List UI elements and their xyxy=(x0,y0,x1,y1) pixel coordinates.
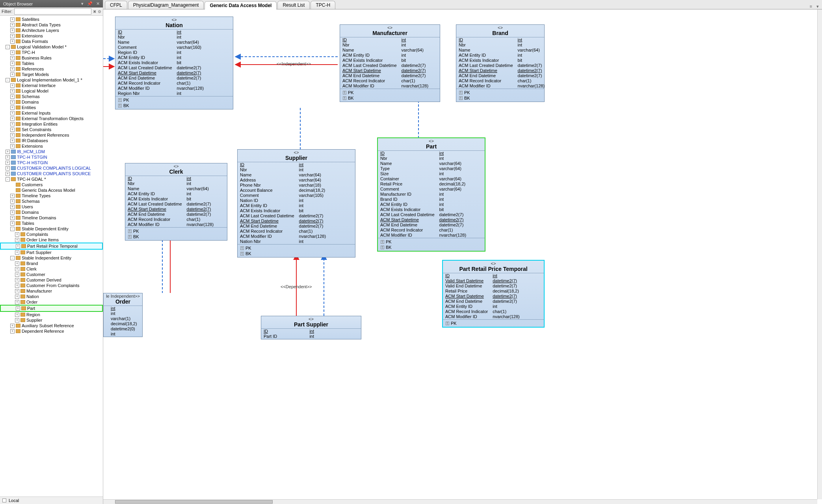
tree-item[interactable]: +Part Supplier xyxy=(0,250,103,255)
expand-icon[interactable]: + xyxy=(10,144,15,148)
expand-icon[interactable]: + xyxy=(15,295,19,299)
expand-icon[interactable]: + xyxy=(10,205,15,209)
tab-dropdown-icon[interactable]: ▾ xyxy=(816,4,819,9)
expand-icon[interactable]: + xyxy=(10,17,15,22)
tree-item[interactable]: +Domains xyxy=(0,99,103,105)
tree-item[interactable]: +External Interface xyxy=(0,83,103,88)
tree-item[interactable]: +TPC-H HSTGIN xyxy=(0,160,103,165)
expand-icon[interactable]: + xyxy=(15,284,19,288)
tab[interactable]: Result List xyxy=(277,1,310,9)
tree-item[interactable]: +CUSTOMER COMPLAINTS SOURCE xyxy=(0,171,103,176)
expand-icon[interactable]: + xyxy=(10,216,15,220)
h-scrollbar[interactable] xyxy=(103,499,817,504)
expand-icon[interactable]: + xyxy=(15,238,19,242)
tab-menu-icon[interactable]: ≡ xyxy=(810,4,812,9)
tree-item[interactable]: +Schemas xyxy=(0,94,103,99)
expand-icon[interactable]: + xyxy=(10,61,15,66)
tree-item[interactable]: +Users xyxy=(0,204,103,209)
tree-item[interactable]: +Tables xyxy=(0,61,103,66)
tree-item[interactable]: +External Inputs xyxy=(0,110,103,116)
tree-item[interactable]: +Auxiliary Subset Reference xyxy=(0,323,103,328)
tree-item[interactable]: +Tables xyxy=(0,220,103,226)
expand-icon[interactable]: - xyxy=(10,256,15,260)
tree-item[interactable]: +Customer xyxy=(0,272,103,277)
expand-icon[interactable]: + xyxy=(10,122,15,126)
pin-icon[interactable]: 📌 xyxy=(87,1,93,6)
expand-icon[interactable]: + xyxy=(10,221,15,226)
expand-icon[interactable]: + xyxy=(10,72,15,77)
expand-icon[interactable]: - xyxy=(6,177,10,182)
tree-item[interactable]: +Brand xyxy=(0,261,103,266)
entity-partsupplier[interactable]: <>Part SupplierIDintPart IDint xyxy=(261,316,361,339)
tree-item[interactable]: +Extensions xyxy=(0,143,103,149)
expand-icon[interactable]: + xyxy=(10,106,15,110)
tree-item[interactable]: +Nation xyxy=(0,294,103,299)
expand-icon[interactable]: + xyxy=(10,329,15,334)
tree-item[interactable]: +Target Models xyxy=(0,72,103,77)
tree-item[interactable]: +TPC-H TSTGIN xyxy=(0,154,103,160)
expand-icon[interactable]: + xyxy=(15,300,19,304)
tree-item[interactable]: +Manufacturer xyxy=(0,288,103,294)
expand-icon[interactable]: + xyxy=(10,23,15,27)
tree-item[interactable]: +CUSTOMER COMPLAINTS LOGICAL xyxy=(0,165,103,171)
filter-options-icon[interactable]: ⚙ xyxy=(98,9,101,14)
tree-item[interactable]: +External Transformation Objects xyxy=(0,116,103,121)
tree-item[interactable]: Generic Data Access Model xyxy=(0,187,103,193)
expand-icon[interactable]: + xyxy=(10,128,15,132)
expand-icon[interactable]: + xyxy=(15,313,19,317)
expand-icon[interactable]: + xyxy=(10,89,15,93)
expand-icon[interactable]: + xyxy=(10,34,15,38)
tree-item[interactable]: +Dependent Reference xyxy=(0,328,103,334)
tree-item[interactable]: -Stable Dependent Entity xyxy=(0,226,103,232)
expand-icon[interactable]: + xyxy=(10,39,15,44)
entity-order[interactable]: le Independent>>Orderintintvarchar(1)dec… xyxy=(103,293,143,337)
tree-item[interactable]: +Architecture Layers xyxy=(0,28,103,33)
expand-icon[interactable]: + xyxy=(10,28,15,33)
expand-icon[interactable]: + xyxy=(10,56,15,60)
tree-item[interactable]: +Set Constraints xyxy=(0,127,103,132)
expand-icon[interactable]: + xyxy=(10,94,15,99)
tree-item[interactable]: +Integration Entities xyxy=(0,121,103,127)
expand-icon[interactable]: + xyxy=(10,83,15,88)
entity-clerk[interactable]: <>ClerkIDintNbrintNamevarchar(64)ACM Ent… xyxy=(125,163,227,241)
filter-input[interactable] xyxy=(14,8,92,15)
expand-icon[interactable]: + xyxy=(10,117,15,121)
entity-part[interactable]: <>PartIDintNbrintNamevarchar(64)Typevarc… xyxy=(377,137,485,252)
close-icon[interactable]: ✕ xyxy=(96,1,100,6)
tree-item[interactable]: +Clerk xyxy=(0,266,103,272)
expand-icon[interactable]: + xyxy=(15,289,19,293)
tree-item[interactable]: +Customer Derived xyxy=(0,277,103,283)
tree-item[interactable]: +Order xyxy=(0,299,103,305)
tree-item[interactable]: +Part xyxy=(0,305,103,312)
tab[interactable]: TPC-H xyxy=(311,1,335,9)
tree-item[interactable]: +Business Rules xyxy=(0,55,103,61)
expand-icon[interactable]: + xyxy=(10,199,15,204)
v-scrollbar[interactable] xyxy=(817,9,822,499)
tree-item[interactable]: -TPC-H GDAL * xyxy=(0,176,103,182)
entity-manufacturer[interactable]: <>ManufacturerIDintNbrintNamevarchar(64)… xyxy=(340,24,440,102)
tree-item[interactable]: +Abstract Data Types xyxy=(0,22,103,28)
expand-icon[interactable]: + xyxy=(10,210,15,215)
tab[interactable]: Generic Data Access Model xyxy=(205,1,277,9)
expand-icon[interactable]: + xyxy=(15,232,19,237)
tree-item[interactable]: +Domains xyxy=(0,209,103,215)
object-tree[interactable]: +Satellites+Abstract Data Types+Architec… xyxy=(0,16,103,497)
expand-icon[interactable]: + xyxy=(6,150,10,154)
expand-icon[interactable]: + xyxy=(10,50,15,55)
tree-item[interactable]: +Customer From Complaints xyxy=(0,283,103,288)
tree-item[interactable]: +Order Line Items xyxy=(0,237,103,243)
tree-item[interactable]: +Extensions xyxy=(0,33,103,39)
tab[interactable]: PhysicalDiagram_Management xyxy=(128,1,204,9)
tree-item[interactable]: -Logical Validation Model * xyxy=(0,44,103,50)
expand-icon[interactable]: + xyxy=(10,100,15,104)
expand-icon[interactable]: + xyxy=(6,166,10,170)
expand-icon[interactable]: + xyxy=(15,261,19,266)
expand-icon[interactable]: - xyxy=(6,45,10,49)
expand-icon[interactable]: + xyxy=(6,161,10,165)
entity-nation[interactable]: <>NationIDintNbrintNamevarchar(64)Commen… xyxy=(115,17,233,109)
expand-icon[interactable]: + xyxy=(6,172,10,176)
expand-icon[interactable]: + xyxy=(6,155,10,159)
expand-icon[interactable]: + xyxy=(15,278,19,282)
tree-item[interactable]: -Logical Implementation Model_1 * xyxy=(0,77,103,83)
tree-item[interactable]: -Stable Independent Entity xyxy=(0,255,103,261)
